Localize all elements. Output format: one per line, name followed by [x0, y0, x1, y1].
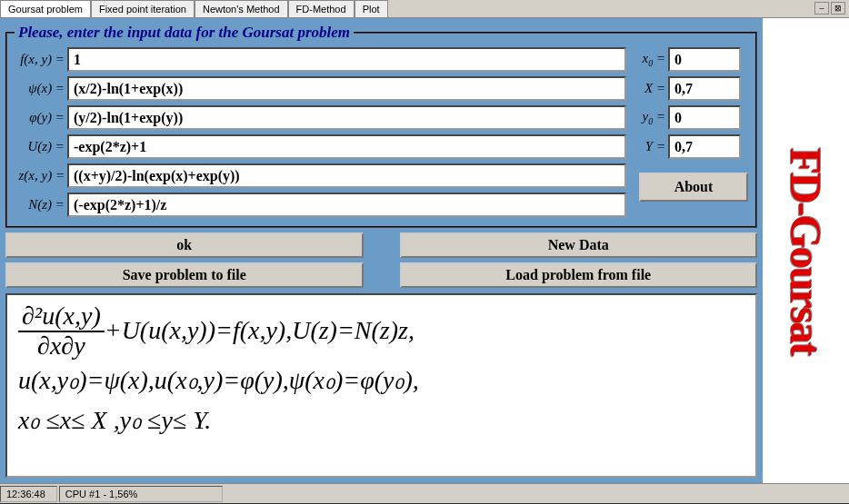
fieldset-legend: Please, enter the input data for the Gou…	[15, 24, 354, 42]
equation-line-1: ∂²u(x,y) ∂x∂y +U(u(x,y))=f(x,y),U(z)=N(z…	[18, 302, 744, 361]
label-phi: φ(y) =	[15, 110, 67, 125]
input-y0[interactable]	[668, 105, 741, 130]
tab-fixed-point[interactable]: Fixed point iteration	[91, 0, 195, 17]
minimize-button[interactable]: –	[814, 2, 829, 15]
input-f[interactable]	[67, 47, 626, 72]
load-button[interactable]: Load problem from file	[400, 262, 758, 288]
input-z[interactable]	[67, 163, 626, 188]
label-Y: Y =	[639, 139, 668, 154]
input-x0[interactable]	[668, 47, 741, 72]
status-time: 12:36:48	[0, 486, 57, 502]
label-z: z(x, y) =	[15, 168, 67, 183]
label-U: U(z) =	[15, 139, 67, 154]
label-x0: x0 =	[639, 51, 668, 68]
input-X[interactable]	[668, 76, 741, 101]
label-X: X =	[639, 81, 668, 96]
status-cpu: CPU #1 - 1,56%	[59, 486, 223, 502]
side-title-text: FD-Goursat	[781, 147, 831, 354]
equation-line-3: x₀ ≤x≤ X ,y₀ ≤y≤ Y.	[18, 400, 744, 441]
side-title-panel: FD-Goursat	[763, 18, 849, 483]
tab-plot[interactable]: Plot	[355, 0, 388, 17]
equation-panel: ∂²u(x,y) ∂x∂y +U(u(x,y))=f(x,y),U(z)=N(z…	[5, 293, 757, 478]
label-f: f(x, y) =	[15, 52, 67, 67]
input-U[interactable]	[67, 134, 626, 159]
equation-line-2: u(x,y₀)=ψ(x),u(x₀,y)=φ(y),ψ(x₀)=φ(y₀),	[18, 361, 744, 401]
label-N: N(z) =	[15, 197, 67, 212]
tab-newtons-method[interactable]: Newton's Method	[195, 0, 288, 17]
save-button[interactable]: Save problem to file	[5, 262, 364, 288]
about-button[interactable]: About	[639, 173, 748, 202]
status-bar: 12:36:48 CPU #1 - 1,56%	[0, 483, 849, 503]
window-titlebar: Goursat problem Fixed point iteration Ne…	[0, 0, 849, 18]
new-data-button[interactable]: New Data	[400, 232, 758, 258]
label-psi: ψ(x) =	[15, 81, 67, 96]
label-y0: y0 =	[639, 109, 668, 126]
ok-button[interactable]: ok	[5, 232, 364, 258]
tab-goursat-problem[interactable]: Goursat problem	[0, 0, 91, 17]
input-N[interactable]	[67, 193, 626, 217]
close-button[interactable]: ⊠	[831, 2, 845, 15]
tab-fd-method[interactable]: FD-Method	[288, 0, 355, 17]
input-Y[interactable]	[668, 134, 741, 159]
input-phi[interactable]	[67, 105, 626, 130]
input-psi[interactable]	[67, 76, 626, 101]
input-fieldset: Please, enter the input data for the Gou…	[5, 24, 757, 228]
